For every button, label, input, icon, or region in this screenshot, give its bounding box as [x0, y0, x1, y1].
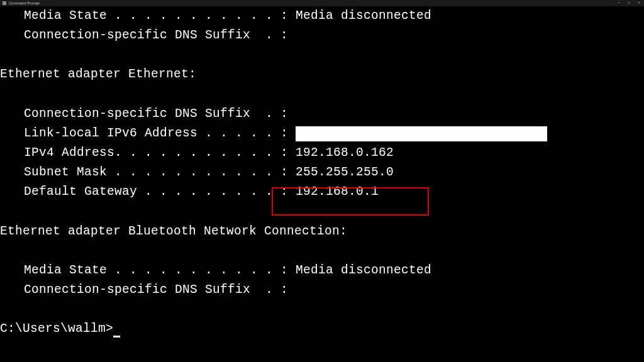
output-line: Connection-specific DNS Suffix . :: [0, 280, 644, 300]
prompt-text: C:\Users\wallm>: [0, 322, 113, 336]
output-line: Media State . . . . . . . . . . . : Medi…: [0, 6, 644, 26]
gateway-value: 192.168.0.1: [288, 185, 379, 199]
prompt-line: C:\Users\wallm>: [0, 319, 644, 339]
blank-line: [0, 241, 644, 261]
output-line: Subnet Mask . . . . . . . . . . . : 255.…: [0, 163, 644, 182]
media-state-label: Media State . . . . . . . . . . . :: [24, 263, 288, 277]
dns-suffix-label: Connection-specific DNS Suffix . :: [24, 107, 288, 121]
cursor-icon: [113, 336, 120, 337]
output-line: IPv4 Address. . . . . . . . . . . : 192.…: [0, 143, 644, 163]
adapter-header: Ethernet adapter Ethernet:: [0, 65, 644, 84]
cmd-icon: [3, 1, 6, 5]
dns-suffix-label: Connection-specific DNS Suffix . :: [24, 283, 288, 297]
media-state-label: Media State . . . . . . . . . . . :: [24, 9, 288, 23]
ipv6-label: Link-local IPv6 Address . . . . . :: [24, 126, 296, 140]
blank-line: [0, 300, 644, 319]
media-state-value: Media disconnected: [288, 263, 431, 277]
window-controls: — □ ×: [616, 1, 641, 5]
output-line: Media State . . . . . . . . . . . : Medi…: [0, 261, 644, 280]
minimize-button[interactable]: —: [616, 1, 621, 5]
terminal-output[interactable]: Media State . . . . . . . . . . . : Medi…: [0, 6, 644, 339]
media-state-value: Media disconnected: [288, 9, 431, 23]
subnet-value: 255.255.255.0: [288, 165, 394, 179]
blank-line: [0, 45, 644, 65]
adapter-header: Ethernet adapter Bluetooth Network Conne…: [0, 222, 644, 241]
window-title: Command Prompt: [9, 1, 40, 5]
output-line: Connection-specific DNS Suffix . :: [0, 104, 644, 124]
redacted-ipv6: [296, 126, 547, 141]
gateway-label: Default Gateway . . . . . . . . . :: [24, 185, 288, 199]
ipv4-label: IPv4 Address. . . . . . . . . . . :: [24, 146, 288, 160]
output-line: Default Gateway . . . . . . . . . : 192.…: [0, 182, 644, 202]
blank-line: [0, 202, 644, 222]
ipv4-value: 192.168.0.162: [288, 146, 394, 160]
maximize-button[interactable]: □: [626, 1, 631, 5]
output-line: Link-local IPv6 Address . . . . . :: [0, 124, 644, 143]
blank-line: [0, 85, 644, 104]
close-button[interactable]: ×: [636, 1, 641, 5]
dns-suffix-label: Connection-specific DNS Suffix . :: [24, 28, 288, 42]
output-line: Connection-specific DNS Suffix . :: [0, 26, 644, 45]
subnet-label: Subnet Mask . . . . . . . . . . . :: [24, 165, 288, 179]
window-titlebar: Command Prompt — □ ×: [0, 0, 644, 6]
titlebar-left: Command Prompt: [3, 1, 40, 5]
